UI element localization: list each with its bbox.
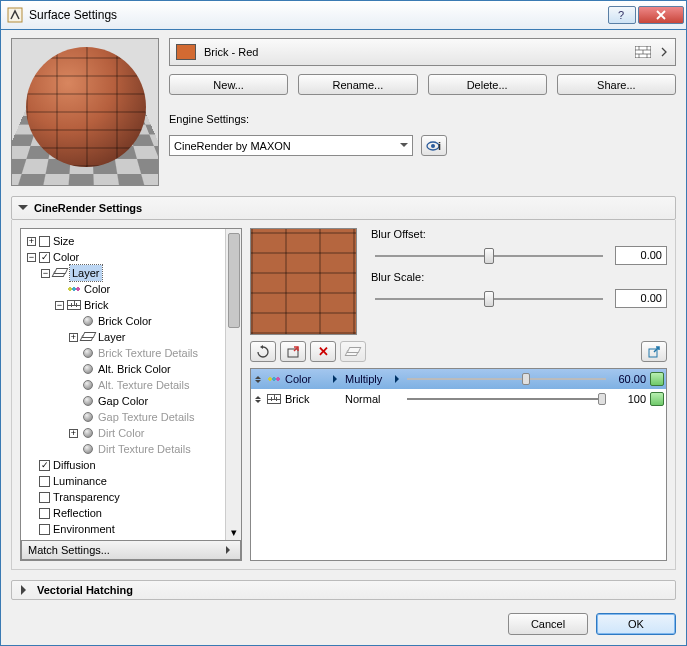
svg-rect-6 bbox=[288, 349, 298, 357]
rename-button[interactable]: Rename... bbox=[298, 74, 417, 95]
texture-preview-icon[interactable] bbox=[635, 46, 651, 58]
expand-icon[interactable]: + bbox=[27, 237, 36, 246]
layer-enable-toggle[interactable] bbox=[650, 372, 664, 386]
color-shader-icon bbox=[67, 283, 81, 295]
blur-offset-input[interactable]: 0.00 bbox=[615, 246, 667, 265]
brick-icon bbox=[67, 299, 81, 311]
play-icon[interactable] bbox=[395, 375, 403, 383]
color-checkbox[interactable] bbox=[39, 252, 50, 263]
engine-preview-button[interactable]: i bbox=[421, 135, 447, 156]
delete-button[interactable]: Delete... bbox=[428, 74, 547, 95]
tree-scrollbar[interactable]: ▴▾ bbox=[225, 229, 241, 540]
engine-settings-label: Engine Settings: bbox=[169, 113, 676, 125]
layer-row-brick[interactable]: Brick Normal 100 bbox=[251, 389, 666, 409]
popout-button[interactable] bbox=[641, 341, 667, 362]
window-titlebar: Surface Settings ? bbox=[0, 0, 687, 30]
blur-scale-label: Blur Scale: bbox=[371, 271, 667, 283]
svg-text:?: ? bbox=[618, 10, 624, 20]
blur-scale-input[interactable]: 0.00 bbox=[615, 289, 667, 308]
new-button[interactable]: New... bbox=[169, 74, 288, 95]
help-button[interactable]: ? bbox=[608, 6, 636, 24]
layer-icon bbox=[53, 267, 67, 279]
remove-button[interactable]: ✕ bbox=[310, 341, 336, 362]
edit-image-button[interactable] bbox=[280, 341, 306, 362]
play-icon[interactable] bbox=[333, 375, 341, 383]
reorder-handle[interactable] bbox=[253, 373, 263, 386]
share-button[interactable]: Share... bbox=[557, 74, 676, 95]
color-shader-icon bbox=[267, 374, 281, 384]
chevron-down-icon bbox=[18, 205, 28, 215]
reorder-handle[interactable] bbox=[253, 393, 263, 406]
brick-icon bbox=[267, 394, 281, 404]
diffusion-checkbox[interactable] bbox=[39, 460, 50, 471]
material-swatch bbox=[176, 44, 196, 60]
app-icon bbox=[7, 7, 23, 23]
material-preview bbox=[11, 38, 159, 186]
layers-button[interactable] bbox=[340, 341, 366, 362]
reflection-checkbox[interactable] bbox=[39, 508, 50, 519]
layer-list: Color Multiply 60.00 Brick Normal bbox=[250, 368, 667, 561]
engine-select[interactable]: CineRender by MAXON bbox=[169, 135, 413, 156]
material-name: Brick - Red bbox=[204, 46, 627, 58]
color-opacity-slider[interactable] bbox=[407, 375, 606, 383]
svg-text:i: i bbox=[438, 140, 441, 152]
chevron-right-icon bbox=[21, 585, 31, 595]
settings-tree[interactable]: +Size −Color −Layer Color −Brick Brick C… bbox=[21, 229, 241, 540]
collapse-icon[interactable]: − bbox=[27, 253, 36, 262]
layer-enable-toggle[interactable] bbox=[650, 392, 664, 406]
brick-opacity-slider[interactable] bbox=[407, 395, 606, 403]
transparency-checkbox[interactable] bbox=[39, 492, 50, 503]
material-menu-chevron[interactable] bbox=[659, 45, 669, 59]
match-settings-button[interactable]: Match Settings... bbox=[21, 540, 241, 560]
size-checkbox[interactable] bbox=[39, 236, 50, 247]
x-icon: ✕ bbox=[318, 344, 329, 359]
blur-offset-slider[interactable] bbox=[371, 248, 607, 264]
blur-scale-slider[interactable] bbox=[371, 291, 607, 307]
cinerender-section-header[interactable]: CineRender Settings bbox=[11, 196, 676, 220]
window-title: Surface Settings bbox=[29, 8, 606, 22]
close-button[interactable] bbox=[638, 6, 684, 24]
texture-preview bbox=[250, 228, 357, 335]
environment-checkbox[interactable] bbox=[39, 524, 50, 535]
luminance-checkbox[interactable] bbox=[39, 476, 50, 487]
blur-offset-label: Blur Offset: bbox=[371, 228, 667, 240]
ok-button[interactable]: OK bbox=[596, 613, 676, 635]
svg-point-4 bbox=[431, 144, 435, 148]
layer-row-color[interactable]: Color Multiply 60.00 bbox=[251, 369, 666, 389]
vectorial-section-header[interactable]: Vectorial Hatching bbox=[11, 580, 676, 600]
material-name-bar: Brick - Red bbox=[169, 38, 676, 66]
cancel-button[interactable]: Cancel bbox=[508, 613, 588, 635]
reload-button[interactable] bbox=[250, 341, 276, 362]
tree-item-layer[interactable]: Layer bbox=[70, 265, 102, 281]
fog-checkbox[interactable] bbox=[39, 540, 50, 541]
